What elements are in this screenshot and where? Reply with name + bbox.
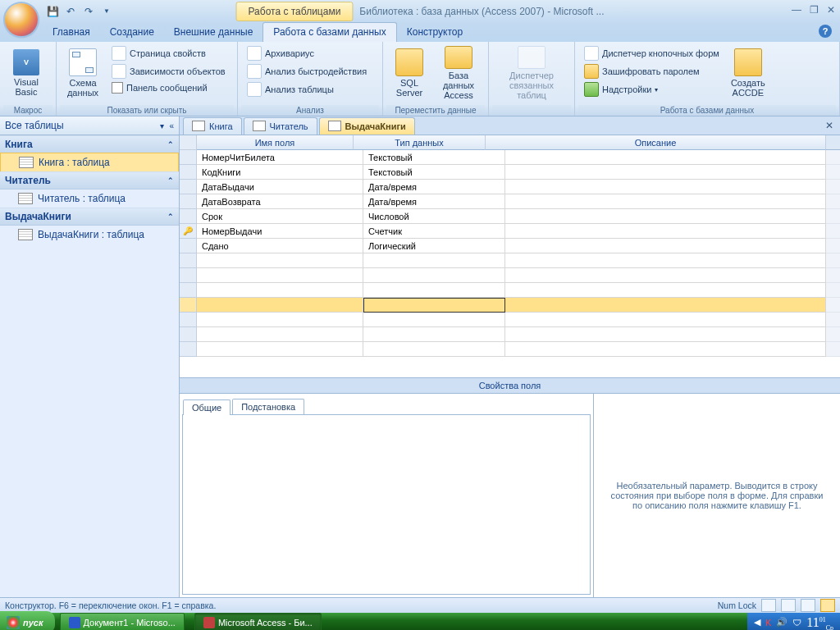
cell-field-name[interactable]: ДатаВыдачи bbox=[197, 180, 363, 194]
make-accde-button[interactable]: Создать ACCDE bbox=[725, 43, 771, 103]
nav-group-header[interactable]: Книга⌃ bbox=[0, 135, 179, 153]
column-description[interactable]: Описание bbox=[486, 135, 826, 150]
cell-data-type[interactable] bbox=[363, 298, 505, 313]
grid-row[interactable]: СрокЧисловой bbox=[180, 209, 840, 224]
save-icon[interactable]: 💾 bbox=[46, 5, 59, 18]
relationships-button[interactable]: Схема данных bbox=[60, 43, 106, 103]
cell-field-name[interactable] bbox=[197, 327, 363, 342]
document-tab[interactable]: Книга bbox=[183, 117, 242, 135]
taskbar-clock[interactable]: 1101Ср bbox=[806, 615, 833, 630]
row-selector[interactable] bbox=[180, 150, 197, 165]
cell-description[interactable] bbox=[505, 283, 826, 298]
cell-description[interactable] bbox=[505, 239, 826, 253]
help-icon[interactable]: ? bbox=[819, 25, 832, 38]
cell-field-name[interactable]: НомерВыдачи bbox=[197, 224, 363, 239]
cell-description[interactable] bbox=[505, 150, 826, 165]
cell-data-type[interactable]: Дата/время bbox=[363, 180, 505, 194]
cell-data-type[interactable]: Дата/время bbox=[363, 194, 505, 209]
database-documenter-button[interactable]: Архивариус bbox=[244, 45, 369, 62]
tray-icon[interactable]: 🔊 bbox=[776, 617, 788, 628]
close-tab-icon[interactable]: ✕ bbox=[822, 120, 837, 131]
row-selector[interactable] bbox=[180, 268, 197, 283]
tab-create[interactable]: Создание bbox=[100, 23, 164, 42]
tab-external-data[interactable]: Внешние данные bbox=[164, 23, 263, 42]
tab-database-tools[interactable]: Работа с базами данных bbox=[262, 22, 396, 42]
row-selector[interactable] bbox=[180, 253, 197, 268]
grid-row[interactable] bbox=[180, 342, 840, 357]
cell-field-name[interactable] bbox=[197, 298, 363, 313]
grid-row[interactable]: ДатаВыдачиДата/время bbox=[180, 180, 840, 194]
visual-basic-button[interactable]: V Visual Basic bbox=[3, 43, 49, 103]
cell-data-type[interactable]: Текстовый bbox=[363, 165, 505, 180]
start-button[interactable]: пуск bbox=[0, 611, 55, 630]
grid-row[interactable]: СданоЛогический bbox=[180, 239, 840, 253]
tab-constructor[interactable]: Конструктор bbox=[397, 23, 472, 42]
tray-icon[interactable]: 🛡 bbox=[792, 618, 801, 628]
cell-description[interactable] bbox=[505, 209, 826, 224]
row-selector[interactable] bbox=[180, 327, 197, 342]
cell-description[interactable] bbox=[505, 224, 826, 239]
grid-row[interactable] bbox=[180, 327, 840, 342]
qat-dropdown-icon[interactable]: ▼ bbox=[100, 5, 113, 18]
document-tab[interactable]: Читатель bbox=[244, 117, 317, 135]
cell-field-name[interactable] bbox=[197, 283, 363, 298]
view-pivot-icon[interactable] bbox=[781, 599, 796, 612]
taskbar-task[interactable]: Microsoft Access - Би... bbox=[194, 613, 322, 630]
minimize-button[interactable]: — bbox=[792, 4, 801, 16]
system-tray[interactable]: ◀ K 🔊 🛡 1101Ср bbox=[747, 613, 840, 630]
cell-field-name[interactable]: Срок bbox=[197, 209, 363, 224]
cell-description[interactable] bbox=[505, 165, 826, 180]
row-selector[interactable] bbox=[180, 298, 197, 313]
analyze-table-button[interactable]: Анализ таблицы bbox=[244, 81, 369, 98]
cell-data-type[interactable]: Логический bbox=[363, 239, 505, 253]
office-button[interactable] bbox=[5, 3, 38, 36]
column-data-type[interactable]: Тип данных bbox=[354, 135, 486, 150]
grid-row[interactable]: ДатаВозвратаДата/время bbox=[180, 194, 840, 209]
grid-row[interactable] bbox=[180, 268, 840, 283]
nav-group-header[interactable]: Читатель⌃ bbox=[0, 171, 179, 189]
cell-description[interactable] bbox=[505, 342, 826, 357]
addins-button[interactable]: Надстройки ▾ bbox=[582, 81, 722, 98]
message-bar-checkbox[interactable]: Панель сообщений bbox=[109, 81, 228, 94]
cell-field-name[interactable] bbox=[197, 268, 363, 283]
cell-description[interactable] bbox=[505, 298, 826, 313]
cell-description[interactable] bbox=[505, 253, 826, 268]
cell-data-type[interactable] bbox=[363, 327, 505, 342]
tray-icon[interactable]: K bbox=[765, 618, 771, 628]
cell-data-type[interactable] bbox=[363, 268, 505, 283]
cell-field-name[interactable]: КодКниги bbox=[197, 165, 363, 180]
access-db-button[interactable]: База данных Access bbox=[432, 43, 485, 103]
taskbar-task[interactable]: Документ1 - Microso... bbox=[60, 613, 185, 630]
view-design-icon[interactable] bbox=[820, 599, 835, 612]
cell-field-name[interactable] bbox=[197, 313, 363, 327]
column-field-name[interactable]: Имя поля bbox=[197, 135, 354, 150]
cell-description[interactable] bbox=[505, 194, 826, 209]
row-selector[interactable]: 🔑 bbox=[180, 224, 197, 239]
tray-icon[interactable]: ◀ bbox=[754, 617, 760, 628]
cell-field-name[interactable]: ДатаВозврата bbox=[197, 194, 363, 209]
row-selector[interactable] bbox=[180, 283, 197, 298]
cell-data-type[interactable] bbox=[363, 253, 505, 268]
cell-description[interactable] bbox=[505, 180, 826, 194]
view-datasheet-icon[interactable] bbox=[761, 599, 776, 612]
cell-field-name[interactable]: Сдано bbox=[197, 239, 363, 253]
grid-row[interactable]: 🔑НомерВыдачиСчетчик bbox=[180, 224, 840, 239]
cell-data-type[interactable] bbox=[363, 283, 505, 298]
grid-row[interactable]: КодКнигиТекстовый bbox=[180, 165, 840, 180]
document-tab[interactable]: ВыдачаКниги bbox=[319, 117, 415, 135]
row-selector[interactable] bbox=[180, 180, 197, 194]
cell-data-type[interactable] bbox=[363, 342, 505, 357]
grid-row[interactable] bbox=[180, 283, 840, 298]
grid-row[interactable]: НомерЧитБилетаТекстовый bbox=[180, 150, 840, 165]
cell-data-type[interactable]: Текстовый bbox=[363, 150, 505, 165]
switchboard-manager-button[interactable]: Диспетчер кнопочных форм bbox=[582, 45, 722, 62]
property-sheet-button[interactable]: Страница свойств bbox=[109, 45, 228, 62]
row-selector[interactable] bbox=[180, 165, 197, 180]
property-sheet-body[interactable] bbox=[182, 414, 591, 595]
row-selector[interactable] bbox=[180, 313, 197, 327]
restore-button[interactable]: ❐ bbox=[810, 4, 819, 16]
cell-field-name[interactable] bbox=[197, 253, 363, 268]
object-dependencies-button[interactable]: Зависимости объектов bbox=[109, 63, 228, 80]
row-selector[interactable] bbox=[180, 239, 197, 253]
grid-row[interactable] bbox=[180, 253, 840, 268]
